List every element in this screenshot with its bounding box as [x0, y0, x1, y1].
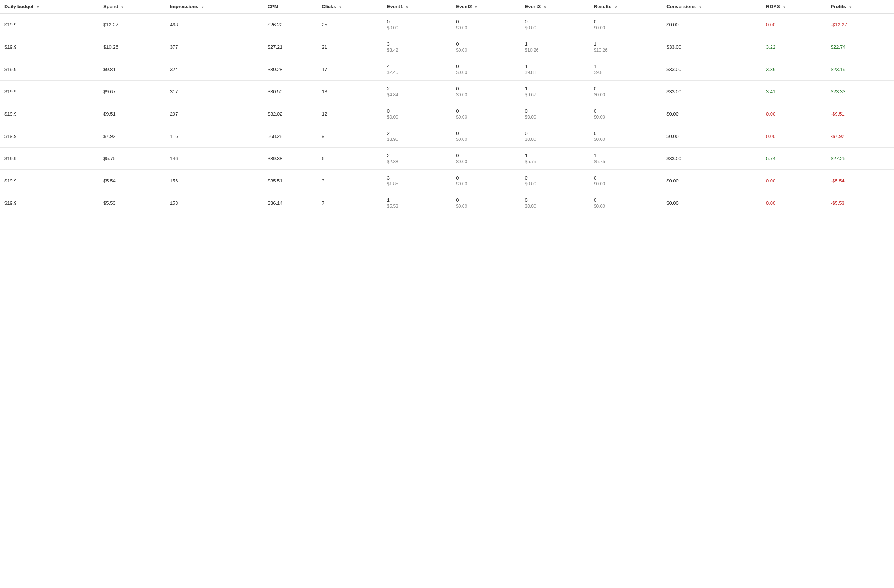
sort-icon: ∨	[339, 5, 341, 9]
roas-cell: 5.74	[762, 148, 826, 170]
daily-budget-cell: $19.9	[0, 14, 99, 36]
results-cell-sub: $0.00	[594, 92, 657, 97]
event3-cell-sub: $5.75	[525, 159, 585, 164]
event3-cell-main: 0	[525, 198, 585, 203]
impressions-cell: 156	[166, 170, 263, 192]
results-cell-main: 1	[594, 63, 657, 69]
event1-cell: 2$2.88	[383, 148, 452, 170]
event2-cell-sub: $0.00	[456, 48, 516, 53]
event2-cell-sub: $0.00	[456, 204, 516, 209]
results-cell: 0$0.00	[589, 170, 662, 192]
event2-cell-main: 0	[456, 19, 516, 24]
roas-cell: 3.41	[762, 81, 826, 103]
column-header-impressions[interactable]: Impressions ∨	[166, 0, 263, 14]
results-cell: 0$0.00	[589, 14, 662, 36]
conversions-cell: $0.00	[662, 103, 762, 125]
sort-icon: ∨	[849, 5, 852, 9]
cpm-cell: $35.51	[263, 170, 317, 192]
results-cell-sub: $0.00	[594, 115, 657, 120]
results-cell: 0$0.00	[589, 192, 662, 214]
sort-icon: ∨	[36, 5, 39, 9]
column-header-event2[interactable]: Event2 ∨	[452, 0, 520, 14]
event2-cell: 0$0.00	[452, 58, 520, 81]
event3-cell: 1$10.26	[521, 36, 589, 58]
event3-cell: 0$0.00	[521, 14, 589, 36]
event1-cell-main: 3	[387, 41, 447, 47]
event1-cell-main: 2	[387, 86, 447, 92]
spend-cell: $5.54	[99, 170, 166, 192]
results-cell: 0$0.00	[589, 81, 662, 103]
spend-cell: $7.92	[99, 125, 166, 148]
clicks-cell: 9	[317, 125, 383, 148]
column-header-profits[interactable]: Profits ∨	[826, 0, 894, 14]
event3-cell-main: 1	[525, 63, 585, 69]
clicks-cell: 17	[317, 58, 383, 81]
roas-cell: 0.00	[762, 192, 826, 214]
event1-cell-main: 0	[387, 19, 447, 24]
column-header-event3[interactable]: Event3 ∨	[521, 0, 589, 14]
profits-cell: -$5.54	[826, 170, 894, 192]
column-header-results[interactable]: Results ∨	[589, 0, 662, 14]
event3-cell-sub: $9.67	[525, 92, 585, 97]
conversions-cell: $0.00	[662, 170, 762, 192]
daily-budget-cell: $19.9	[0, 103, 99, 125]
event1-cell: 0$0.00	[383, 14, 452, 36]
clicks-cell: 25	[317, 14, 383, 36]
daily-budget-cell: $19.9	[0, 36, 99, 58]
event2-cell: 0$0.00	[452, 192, 520, 214]
cpm-cell: $36.14	[263, 192, 317, 214]
table-row: $19.9$5.75146$39.3862$2.880$0.001$5.751$…	[0, 148, 894, 170]
cpm-cell: $26.22	[263, 14, 317, 36]
event2-cell: 0$0.00	[452, 14, 520, 36]
roas-cell: 0.00	[762, 103, 826, 125]
table-row: $19.9$12.27468$26.22250$0.000$0.000$0.00…	[0, 14, 894, 36]
impressions-cell: 116	[166, 125, 263, 148]
event2-cell: 0$0.00	[452, 36, 520, 58]
event1-cell-main: 0	[387, 108, 447, 114]
column-header-roas[interactable]: ROAS ∨	[762, 0, 826, 14]
event2-cell-sub: $0.00	[456, 181, 516, 187]
event2-cell: 0$0.00	[452, 148, 520, 170]
profits-cell: -$7.92	[826, 125, 894, 148]
event2-cell-sub: $0.00	[456, 92, 516, 97]
results-cell-main: 0	[594, 130, 657, 136]
results-cell-main: 1	[594, 41, 657, 47]
event2-cell-main: 0	[456, 130, 516, 136]
column-header-spend[interactable]: Spend ∨	[99, 0, 166, 14]
table-row: $19.9$9.67317$30.50132$4.840$0.001$9.670…	[0, 81, 894, 103]
results-cell: 1$10.26	[589, 36, 662, 58]
table-row: $19.9$10.26377$27.21213$3.420$0.001$10.2…	[0, 36, 894, 58]
event3-cell-sub: $0.00	[525, 115, 585, 120]
event3-cell: 1$5.75	[521, 148, 589, 170]
results-cell-sub: $0.00	[594, 181, 657, 187]
event1-cell-sub: $2.88	[387, 159, 447, 164]
event2-cell-main: 0	[456, 198, 516, 203]
event1-cell: 2$3.96	[383, 125, 452, 148]
event1-cell-sub: $4.84	[387, 92, 447, 97]
column-header-event1[interactable]: Event1 ∨	[383, 0, 452, 14]
table-row: $19.9$5.53153$36.1471$5.530$0.000$0.000$…	[0, 192, 894, 214]
event1-cell: 3$1.85	[383, 170, 452, 192]
daily-budget-cell: $19.9	[0, 170, 99, 192]
column-header-clicks[interactable]: Clicks ∨	[317, 0, 383, 14]
clicks-cell: 21	[317, 36, 383, 58]
event1-cell-main: 2	[387, 130, 447, 136]
results-cell: 1$5.75	[589, 148, 662, 170]
profits-cell: -$5.53	[826, 192, 894, 214]
sort-icon: ∨	[783, 5, 785, 9]
clicks-cell: 6	[317, 148, 383, 170]
event1-cell-sub: $2.45	[387, 70, 447, 75]
results-cell-sub: $0.00	[594, 25, 657, 30]
event1-cell-main: 4	[387, 63, 447, 69]
spend-cell: $5.75	[99, 148, 166, 170]
event3-cell-main: 1	[525, 41, 585, 47]
results-cell: 1$9.81	[589, 58, 662, 81]
spend-cell: $9.51	[99, 103, 166, 125]
results-cell: 0$0.00	[589, 103, 662, 125]
column-header-conversions[interactable]: Conversions ∨	[662, 0, 762, 14]
event3-cell-sub: $0.00	[525, 204, 585, 209]
column-header-daily-budget[interactable]: Daily budget ∨	[0, 0, 99, 14]
impressions-cell: 468	[166, 14, 263, 36]
event1-cell-main: 2	[387, 153, 447, 158]
conversions-cell: $33.00	[662, 58, 762, 81]
